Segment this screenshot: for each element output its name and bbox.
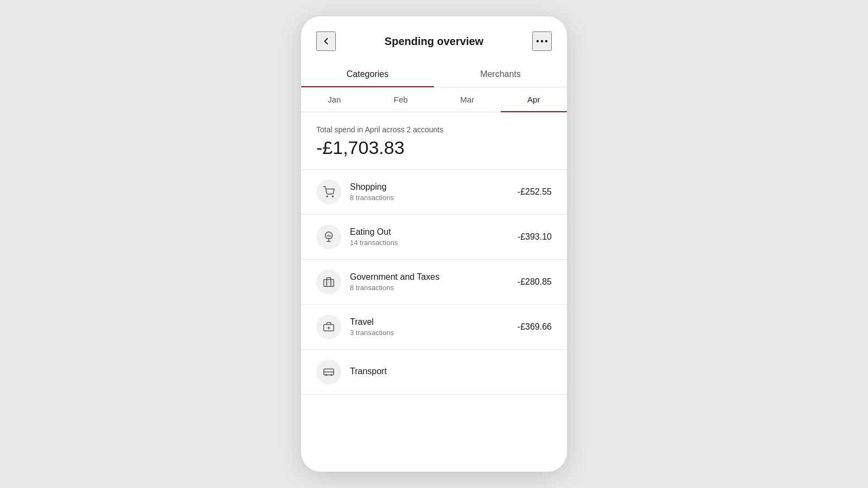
transport-name: Transport (350, 367, 552, 376)
category-item-shopping[interactable]: Shopping 8 transactions -£252.55 (301, 170, 567, 215)
eating-out-amount: -£393.10 (518, 232, 552, 242)
travel-transactions: 3 transactions (350, 329, 518, 337)
transport-icon (316, 359, 341, 384)
main-tabs: Categories Merchants (301, 62, 567, 87)
eating-out-icon (316, 224, 341, 249)
transport-info: Transport (350, 367, 552, 378)
total-section: Total spend in April across 2 accounts -… (301, 112, 567, 170)
category-item-eating-out[interactable]: Eating Out 14 transactions -£393.10 (301, 215, 567, 260)
tab-categories[interactable]: Categories (301, 62, 434, 87)
more-options-button[interactable] (532, 31, 552, 51)
shopping-amount: -£252.55 (518, 187, 552, 197)
travel-name: Travel (350, 317, 518, 327)
shopping-info: Shopping 8 transactions (350, 182, 518, 202)
travel-amount: -£369.66 (518, 322, 552, 332)
travel-info: Travel 3 transactions (350, 317, 518, 337)
svg-point-3 (327, 196, 328, 197)
government-name: Government and Taxes (350, 272, 518, 282)
tab-jan[interactable]: Jan (301, 87, 368, 112)
eating-out-name: Eating Out (350, 227, 518, 237)
eating-out-transactions: 14 transactions (350, 239, 518, 247)
header: Spending overview (301, 16, 567, 62)
government-amount: -£280.85 (518, 277, 552, 287)
tab-feb[interactable]: Feb (368, 87, 435, 112)
svg-point-4 (332, 196, 333, 197)
phone-container: Spending overview Categories Merchants J… (301, 16, 567, 472)
tab-merchants[interactable]: Merchants (434, 62, 567, 87)
category-item-transport[interactable]: Transport (301, 350, 567, 395)
eating-out-info: Eating Out 14 transactions (350, 227, 518, 247)
shopping-transactions: 8 transactions (350, 194, 518, 202)
category-item-travel[interactable]: Travel 3 transactions -£369.66 (301, 305, 567, 350)
government-icon (316, 269, 341, 294)
svg-rect-10 (324, 279, 334, 286)
svg-point-2 (545, 40, 547, 42)
tab-apr[interactable]: Apr (501, 87, 567, 112)
back-button[interactable] (316, 31, 336, 51)
shopping-cart-icon (316, 179, 341, 204)
svg-point-0 (537, 40, 539, 42)
shopping-name: Shopping (350, 182, 518, 192)
government-transactions: 8 transactions (350, 284, 518, 292)
tab-mar[interactable]: Mar (434, 87, 501, 112)
page-title: Spending overview (385, 35, 483, 48)
category-item-government[interactable]: Government and Taxes 8 transactions -£28… (301, 260, 567, 305)
government-info: Government and Taxes 8 transactions (350, 272, 518, 292)
travel-icon (316, 314, 341, 339)
month-tabs: Jan Feb Mar Apr (301, 87, 567, 112)
total-amount: -£1,703.83 (316, 137, 552, 158)
category-list: Shopping 8 transactions -£252.55 Eating … (301, 170, 567, 395)
svg-point-1 (541, 40, 543, 42)
total-label: Total spend in April across 2 accounts (316, 125, 552, 134)
